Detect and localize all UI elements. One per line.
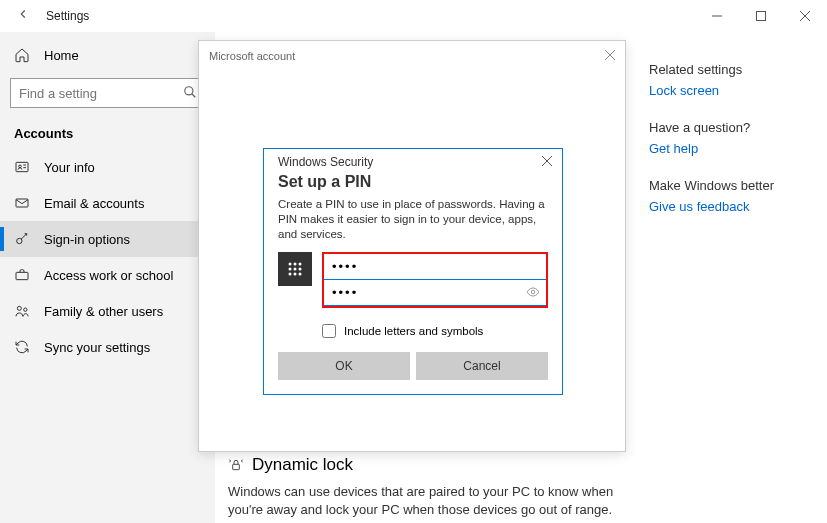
ms-modal-title: Microsoft account — [209, 50, 295, 62]
svg-rect-15 — [233, 464, 240, 469]
svg-point-21 — [294, 262, 297, 265]
make-better-heading: Make Windows better — [649, 178, 817, 193]
dynamic-lock-icon — [228, 457, 244, 473]
pin-input[interactable] — [324, 254, 546, 280]
sidebar-item-label: Email & accounts — [44, 196, 144, 211]
svg-point-25 — [299, 267, 302, 270]
svg-point-24 — [294, 267, 297, 270]
ms-modal-close-icon[interactable] — [605, 50, 615, 62]
sidebar-item-label: Family & other users — [44, 304, 163, 319]
briefcase-icon — [14, 267, 30, 283]
security-dialog-title: Set up a PIN — [264, 171, 562, 197]
pin-fields-highlight — [322, 252, 548, 308]
people-icon — [14, 303, 30, 319]
sidebar-item-access-work-school[interactable]: Access work or school — [0, 257, 215, 293]
svg-point-28 — [299, 272, 302, 275]
svg-point-26 — [289, 272, 292, 275]
minimize-button[interactable] — [695, 0, 739, 32]
svg-rect-6 — [16, 162, 28, 171]
sidebar-home-label: Home — [44, 48, 79, 63]
sidebar-home[interactable]: Home — [0, 38, 215, 72]
key-icon — [14, 231, 30, 247]
mail-icon — [14, 195, 30, 211]
related-settings-heading: Related settings — [649, 62, 817, 77]
feedback-link[interactable]: Give us feedback — [649, 199, 817, 214]
svg-point-22 — [299, 262, 302, 265]
svg-point-29 — [531, 290, 535, 294]
sidebar-item-label: Sync your settings — [44, 340, 150, 355]
svg-point-20 — [289, 262, 292, 265]
sidebar-item-sync-settings[interactable]: Sync your settings — [0, 329, 215, 365]
svg-rect-12 — [16, 272, 28, 279]
close-button[interactable] — [783, 0, 827, 32]
svg-point-11 — [17, 238, 22, 243]
dynamic-lock-section: Dynamic lock Windows can use devices tha… — [228, 455, 628, 518]
search-icon — [183, 85, 197, 102]
include-letters-label: Include letters and symbols — [344, 325, 483, 337]
windows-security-dialog: Windows Security Set up a PIN Create a P… — [263, 148, 563, 395]
svg-point-14 — [24, 308, 27, 311]
sidebar-item-label: Your info — [44, 160, 95, 175]
person-badge-icon — [14, 159, 30, 175]
sidebar-item-signin-options[interactable]: Sign-in options — [0, 221, 215, 257]
reveal-password-icon[interactable] — [526, 285, 540, 302]
lock-screen-link[interactable]: Lock screen — [649, 83, 817, 98]
sidebar-item-label: Access work or school — [44, 268, 173, 283]
sync-icon — [14, 339, 30, 355]
sidebar-item-label: Sign-in options — [44, 232, 130, 247]
sidebar: Home Accounts Your info Email & accounts… — [0, 32, 215, 523]
svg-point-4 — [185, 87, 193, 95]
svg-rect-10 — [16, 199, 28, 207]
pin-confirm-input[interactable] — [324, 280, 546, 306]
search-input[interactable] — [10, 78, 205, 108]
get-help-link[interactable]: Get help — [649, 141, 817, 156]
back-icon[interactable] — [16, 7, 30, 24]
maximize-button[interactable] — [739, 0, 783, 32]
search-wrap — [10, 78, 205, 108]
security-dialog-header: Windows Security — [278, 155, 373, 169]
question-heading: Have a question? — [649, 120, 817, 135]
app-title: Settings — [46, 9, 89, 23]
security-dialog-desc: Create a PIN to use in place of password… — [264, 197, 562, 252]
svg-point-27 — [294, 272, 297, 275]
svg-point-23 — [289, 267, 292, 270]
title-bar: Settings — [0, 0, 827, 32]
keypad-icon — [278, 252, 312, 286]
cancel-button[interactable]: Cancel — [416, 352, 548, 380]
sidebar-item-email-accounts[interactable]: Email & accounts — [0, 185, 215, 221]
dynamic-lock-title: Dynamic lock — [252, 455, 353, 475]
sidebar-item-your-info[interactable]: Your info — [0, 149, 215, 185]
include-letters-checkbox[interactable] — [322, 324, 336, 338]
svg-point-13 — [17, 306, 21, 310]
svg-rect-1 — [757, 12, 766, 21]
svg-point-7 — [19, 165, 22, 168]
sidebar-section-title: Accounts — [0, 118, 215, 149]
home-icon — [14, 47, 30, 63]
svg-line-5 — [192, 94, 196, 98]
dynamic-lock-text: Windows can use devices that are paired … — [228, 483, 628, 518]
right-panel: Related settings Lock screen Have a ques… — [649, 62, 827, 236]
sidebar-item-family-users[interactable]: Family & other users — [0, 293, 215, 329]
security-dialog-close-icon[interactable] — [542, 155, 552, 169]
ok-button[interactable]: OK — [278, 352, 410, 380]
